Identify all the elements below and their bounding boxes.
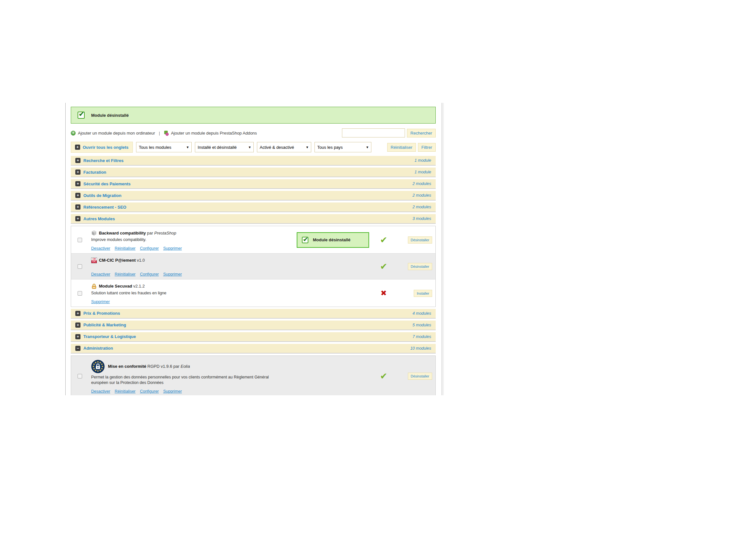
add-module-from-addons-link[interactable]: Ajouter un module depuis PrestaShop Addo…: [164, 131, 257, 135]
category-label[interactable]: Administration: [83, 346, 113, 351]
module-checkbox[interactable]: [78, 238, 82, 242]
search-button[interactable]: Rechercher: [407, 129, 436, 137]
uninstall-button[interactable]: Désinstaller: [408, 237, 432, 243]
rgpd-eu-lock-icon: [91, 360, 105, 373]
expand-icon[interactable]: [75, 181, 80, 186]
reset-link[interactable]: Réinitialiser: [115, 272, 136, 276]
module-row-rgpd: Mise en conformité RGPD v1.9.6 par Eolia…: [71, 356, 435, 395]
reset-button[interactable]: Réinitialiser: [387, 143, 416, 152]
configure-link[interactable]: Configurer: [140, 389, 159, 394]
success-alert-text: Module désinstallé: [91, 113, 129, 118]
checked-box-icon: [302, 237, 308, 243]
delete-link[interactable]: Supprimer: [163, 246, 182, 251]
category-module-count: 7 modules: [413, 334, 431, 339]
expand-icon[interactable]: [75, 216, 80, 221]
category-row-transporteur-logistique[interactable]: Transporteur & Logistique 7 modules: [71, 332, 436, 342]
category-module-count: 10 modules: [410, 346, 431, 351]
category-row-facturation[interactable]: Facturation 1 module: [71, 168, 436, 177]
category-row-referencement-seo[interactable]: Référencement - SEO 2 modules: [71, 203, 436, 212]
delete-link[interactable]: Supprimer: [163, 389, 182, 394]
category-row-recherche-et-filtres[interactable]: Recherche et Filtres 1 module: [71, 156, 436, 166]
module-action-links: Desactiver Réinitialiser Configurer Supp…: [91, 268, 288, 277]
category-label[interactable]: Sécurité des Paiements: [83, 182, 131, 186]
active-state-select[interactable]: Activé & desactivé: [257, 142, 311, 152]
module-author: PrestaShop: [154, 231, 176, 236]
expand-icon[interactable]: [75, 193, 80, 198]
expand-icon[interactable]: [75, 205, 80, 210]
delete-link[interactable]: Supprimer: [163, 272, 182, 276]
uninstall-button[interactable]: Désinstaller: [408, 263, 432, 270]
checked-box-icon: [78, 112, 85, 119]
category-label[interactable]: Publicité & Marketing: [83, 323, 126, 327]
module-meta: par: [147, 231, 153, 236]
add-from-computer-label: Ajouter un module depuis mon ordinateur: [78, 131, 155, 135]
padlock-icon: [91, 283, 97, 289]
disable-link[interactable]: Desactiver: [91, 272, 110, 276]
module-group-administration: Mise en conformité RGPD v1.9.6 par Eolia…: [71, 355, 436, 395]
modules-admin-page: Module désinstallé Ajouter un module dep…: [65, 103, 442, 395]
cmcic-logo-icon: [91, 258, 97, 263]
country-select[interactable]: Tous les pays: [314, 142, 371, 152]
add-from-addons-label: Ajouter un module depuis PrestaShop Addo…: [171, 131, 257, 135]
module-search-input[interactable]: [342, 128, 405, 137]
module-version: v2.1.2: [133, 284, 145, 289]
category-module-count: 5 modules: [413, 323, 431, 327]
delete-link[interactable]: Supprimer: [91, 299, 110, 304]
module-row-cmcic-paiement: CM-CIC P@iement v1.0 Desactiver Réinitia…: [71, 254, 435, 279]
add-module-from-computer-link[interactable]: Ajouter un module depuis mon ordinateur: [71, 131, 155, 135]
category-row-securite-des-paiements[interactable]: Sécurité des Paiements 2 modules: [71, 179, 436, 189]
install-button[interactable]: Installer: [414, 290, 432, 297]
module-name: CM-CIC P@iement: [99, 258, 136, 263]
category-row-publicite-marketing[interactable]: Publicité & Marketing 5 modules: [71, 321, 436, 330]
filter-button[interactable]: Filtrer: [418, 143, 436, 152]
install-state-select[interactable]: Installé et désinstallé: [195, 142, 254, 152]
configure-link[interactable]: Configurer: [140, 246, 159, 251]
module-action-links: Desactiver Réinitialiser Configurer Supp…: [91, 242, 286, 251]
module-row-secuvad: Module Secuvad v2.1.2 Solution luttant c…: [71, 279, 435, 307]
module-action-links: Desactiver Réinitialiser Configurer Supp…: [91, 385, 288, 394]
module-group-autres-modules: Backward compatibility par PrestaShop Im…: [71, 226, 436, 307]
reset-link[interactable]: Réinitialiser: [115, 389, 136, 394]
module-checkbox[interactable]: [78, 374, 82, 379]
disable-link[interactable]: Desactiver: [91, 389, 110, 394]
category-row-prix-promotions[interactable]: Prix & Promotions 4 modules: [71, 309, 436, 319]
enabled-check-icon: [380, 371, 388, 381]
expand-icon[interactable]: [75, 323, 80, 328]
category-label[interactable]: Autres Modules: [83, 216, 115, 221]
category-label[interactable]: Recherche et Filtres: [83, 158, 123, 163]
category-label[interactable]: Outils de Migration: [83, 193, 122, 198]
reset-link[interactable]: Réinitialiser: [115, 246, 136, 251]
module-description: Permet la gestion des données personnell…: [91, 375, 279, 385]
category-label[interactable]: Référencement - SEO: [83, 205, 126, 210]
module-type-select-value: Tous les modules: [139, 145, 171, 150]
open-all-tabs-button[interactable]: Ouvrir tous les onglets: [71, 142, 133, 153]
category-label[interactable]: Prix & Promotions: [83, 311, 120, 316]
expand-icon[interactable]: [75, 158, 80, 163]
category-module-count: 2 modules: [413, 193, 431, 198]
module-description: Improve modules compatibility.: [91, 237, 279, 242]
disabled-cross-icon: [380, 289, 387, 297]
separator: |: [159, 131, 160, 135]
uninstall-button[interactable]: Désinstaller: [408, 373, 432, 380]
module-checkbox[interactable]: [78, 291, 82, 296]
install-state-select-value: Installé et désinstallé: [198, 145, 237, 150]
module-action-links: Supprimer: [91, 296, 288, 305]
category-row-outils-de-migration[interactable]: Outils de Migration 2 modules: [71, 191, 436, 201]
category-label[interactable]: Transporteur & Logistique: [83, 334, 136, 339]
category-label[interactable]: Facturation: [83, 170, 106, 175]
configure-link[interactable]: Configurer: [140, 272, 159, 276]
country-select-value: Tous les pays: [317, 145, 343, 150]
category-module-count: 4 modules: [413, 311, 431, 316]
module-name: Module Secuvad: [99, 284, 132, 289]
expand-icon[interactable]: [75, 311, 80, 316]
collapse-icon[interactable]: [75, 346, 80, 351]
module-checkbox[interactable]: [78, 264, 82, 269]
module-meta: RGPD v1.9.6 par: [148, 364, 179, 369]
category-row-autres-modules[interactable]: Autres Modules 3 modules: [71, 214, 436, 224]
module-type-select[interactable]: Tous les modules: [136, 142, 192, 152]
expand-icon[interactable]: [75, 334, 80, 339]
module-description: Solution luttant contre les fraudes en l…: [91, 291, 279, 296]
disable-link[interactable]: Desactiver: [91, 246, 110, 251]
expand-icon[interactable]: [75, 169, 80, 175]
category-row-administration[interactable]: Administration 10 modules: [71, 344, 436, 353]
